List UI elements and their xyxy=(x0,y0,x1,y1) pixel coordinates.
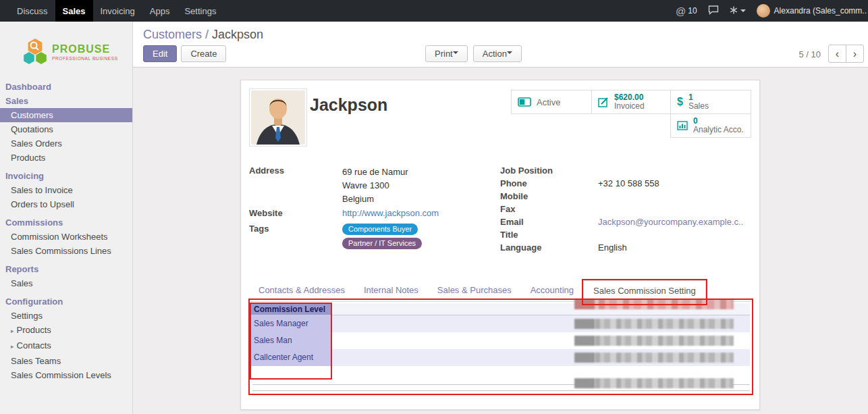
edit-button[interactable]: Edit xyxy=(143,45,177,62)
customer-form-sheet: Jackpson Active $620.00 Invoiced xyxy=(240,80,760,410)
stat-button-sales[interactable]: $ 1 Sales xyxy=(670,90,751,114)
breadcrumb-customers-link[interactable]: Customers xyxy=(143,28,202,41)
tab-internal-notes[interactable]: Internal Notes xyxy=(354,280,428,301)
sidebar-item-products[interactable]: Products xyxy=(0,151,132,165)
sidebar-item-sales-teams[interactable]: Sales Teams xyxy=(0,354,132,368)
sidebar-heading-configuration[interactable]: Configuration xyxy=(0,294,132,309)
address-line: Wavre 1300 xyxy=(342,179,408,192)
sidebar-item-quotations[interactable]: Quotations xyxy=(0,122,132,136)
sidebar: PROBUSE PROFESSIONAL BUSINESS Dashboard … xyxy=(0,22,133,414)
table-row[interactable]: Sales Manager xyxy=(251,315,750,332)
debug-menu-button[interactable] xyxy=(730,6,746,16)
email-link[interactable]: Jackpson@yourcompany.example.c.. xyxy=(598,217,743,228)
mention-count: 10 xyxy=(688,6,697,16)
fields-left-column: Address 69 rue de Namur Wavre 1300 Belgi… xyxy=(249,165,500,255)
user-menu[interactable]: Alexandra (Sales_comm.. xyxy=(757,4,867,18)
language-value: English xyxy=(598,242,627,253)
cell-commission-level[interactable]: Sales Man xyxy=(251,332,332,349)
sidebar-item-label: Contacts xyxy=(17,340,51,351)
debug-icon xyxy=(730,6,738,16)
tab-contacts-addresses[interactable]: Contacts & Addresses xyxy=(249,280,354,301)
pager-previous-button[interactable]: ‹ xyxy=(828,45,846,63)
pager-next-button[interactable]: › xyxy=(846,45,864,63)
chat-icon[interactable] xyxy=(708,5,719,17)
sidebar-heading-reports[interactable]: Reports xyxy=(0,262,132,276)
website-link[interactable]: http://www.jackpson.com xyxy=(342,208,439,219)
table-row[interactable]: Callcenter Agent xyxy=(251,349,750,366)
sidebar-heading-sales[interactable]: Sales xyxy=(0,94,132,108)
invoiced-pencil-icon xyxy=(598,97,609,107)
cell-commission-level[interactable]: Sales Manager xyxy=(251,315,332,332)
menu-discuss[interactable]: Discuss xyxy=(9,0,55,22)
sidebar-item-sales-to-invoice[interactable]: Sales to Invoice xyxy=(0,183,132,197)
column-header-commission-level[interactable]: Commission Level xyxy=(251,303,332,315)
expand-arrow-icon[interactable]: ▸ xyxy=(11,328,14,334)
address-line: Belgium xyxy=(342,192,408,206)
action-dropdown-button[interactable]: Action xyxy=(473,45,522,62)
sidebar-item-config-products[interactable]: ▸Products xyxy=(0,323,132,338)
pager-count: 5 / 10 xyxy=(798,49,821,59)
phone-value: +32 10 588 558 xyxy=(598,178,659,189)
sidebar-item-commission-worksheets[interactable]: Commission Worksheets xyxy=(0,230,132,244)
sidebar-item-sales-commission-levels[interactable]: Sales Commission Levels xyxy=(0,368,132,382)
cell-empty xyxy=(251,366,332,383)
mobile-label: Mobile xyxy=(500,191,598,202)
stat-buttons: Active $620.00 Invoiced $ 1 Sales xyxy=(508,90,751,137)
cell-commission-level[interactable]: Callcenter Agent xyxy=(251,349,332,366)
menu-settings[interactable]: Settings xyxy=(177,0,223,22)
tab-sales-purchases[interactable]: Sales & Purchases xyxy=(428,280,521,301)
footer-divider xyxy=(252,390,750,391)
address-label: Address xyxy=(249,165,342,206)
sidebar-item-dashboard[interactable]: Dashboard xyxy=(0,80,132,94)
table-row[interactable]: Sales Man xyxy=(251,332,750,349)
caret-down-icon xyxy=(507,51,512,57)
pager: ‹ › xyxy=(828,45,864,63)
systray: @ 10 Alexandra (Sales_comm.. xyxy=(676,0,868,22)
sidebar-item-config-contacts[interactable]: ▸Contacts xyxy=(0,338,132,354)
stat-button-active[interactable]: Active xyxy=(511,90,592,114)
tag-components-buyer[interactable]: Components Buyer xyxy=(342,224,418,235)
language-label: Language xyxy=(500,242,598,253)
app-menu: Discuss Sales Invoicing Apps Settings xyxy=(9,0,223,22)
sidebar-item-customers[interactable]: Customers xyxy=(0,108,132,122)
print-dropdown-button[interactable]: Print xyxy=(425,45,468,62)
form-fields: Address 69 rue de Namur Wavre 1300 Belgi… xyxy=(249,165,753,255)
sidebar-item-reports-sales[interactable]: Sales xyxy=(0,276,132,290)
probuse-logo: PROBUSE PROFESSIONAL BUSINESS xyxy=(0,22,132,80)
caret-down-icon xyxy=(453,51,458,57)
tag-partner-it-services[interactable]: Partner / IT Services xyxy=(342,238,422,249)
stat-button-analytic-accounts[interactable]: 0 Analytic Acco... xyxy=(670,113,751,138)
expand-arrow-icon[interactable]: ▸ xyxy=(11,343,14,350)
create-button[interactable]: Create xyxy=(181,45,226,62)
probuse-hexagons-icon xyxy=(23,38,47,67)
screen: Discuss Sales Invoicing Apps Settings @ … xyxy=(0,0,868,414)
topbar: Discuss Sales Invoicing Apps Settings @ … xyxy=(0,0,868,22)
menu-sales[interactable]: Sales xyxy=(55,0,93,22)
customer-photo[interactable] xyxy=(249,88,307,147)
breadcrumb: Customers / Jackpson xyxy=(143,28,263,42)
form-buttons: Edit Create xyxy=(143,45,226,62)
stat-button-invoiced[interactable]: $620.00 Invoiced xyxy=(591,90,671,114)
commission-table: Commission Level Sales Manager Sales Man… xyxy=(251,303,750,406)
caret-down-icon xyxy=(740,9,746,15)
action-buttons: Print Action xyxy=(425,45,522,62)
menu-apps[interactable]: Apps xyxy=(142,0,178,22)
mentions-button[interactable]: @ 10 xyxy=(676,5,697,17)
menu-invoicing[interactable]: Invoicing xyxy=(93,0,142,22)
tab-accounting[interactable]: Accounting xyxy=(521,280,583,301)
content-area: Jackpson Active $620.00 Invoiced xyxy=(133,68,868,414)
website-label: Website xyxy=(249,208,342,219)
sidebar-item-settings[interactable]: Settings xyxy=(0,309,132,323)
phone-label: Phone xyxy=(500,178,598,189)
table-footer xyxy=(251,383,750,399)
sidebar-item-sales-orders[interactable]: Sales Orders xyxy=(0,136,132,151)
sidebar-heading-commissions[interactable]: Commissions xyxy=(0,215,132,230)
sidebar-item-orders-to-upsell[interactable]: Orders to Upsell xyxy=(0,197,132,211)
sidebar-heading-invoicing[interactable]: Invoicing xyxy=(0,169,132,183)
sidebar-item-sales-commissions-lines[interactable]: Sales Commissions Lines xyxy=(0,244,132,258)
redacted-cells xyxy=(574,336,734,346)
job-position-label: Job Position xyxy=(500,165,598,176)
breadcrumb-separator: / xyxy=(205,28,209,41)
redacted-footer-cells xyxy=(574,378,734,388)
user-name: Alexandra (Sales_comm.. xyxy=(774,6,867,16)
